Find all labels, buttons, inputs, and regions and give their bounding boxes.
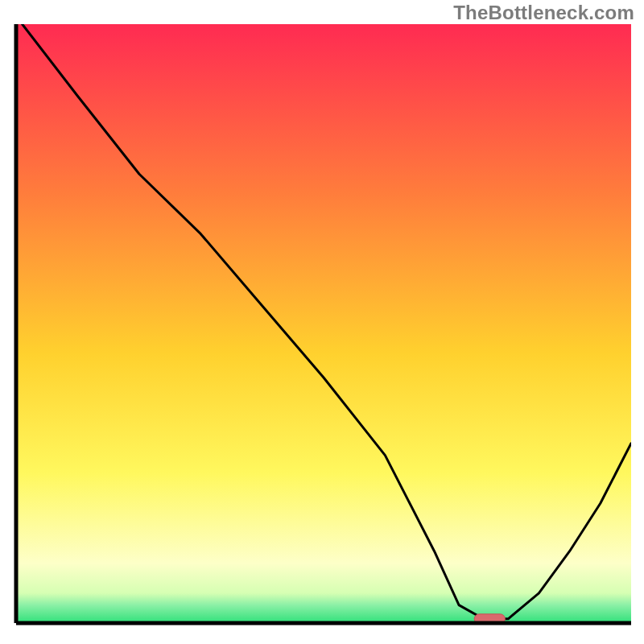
plot-background [16,24,631,623]
bottleneck-chart [0,0,644,644]
watermark-label: TheBottleneck.com [453,2,634,24]
chart-stage: TheBottleneck.com [0,0,644,644]
